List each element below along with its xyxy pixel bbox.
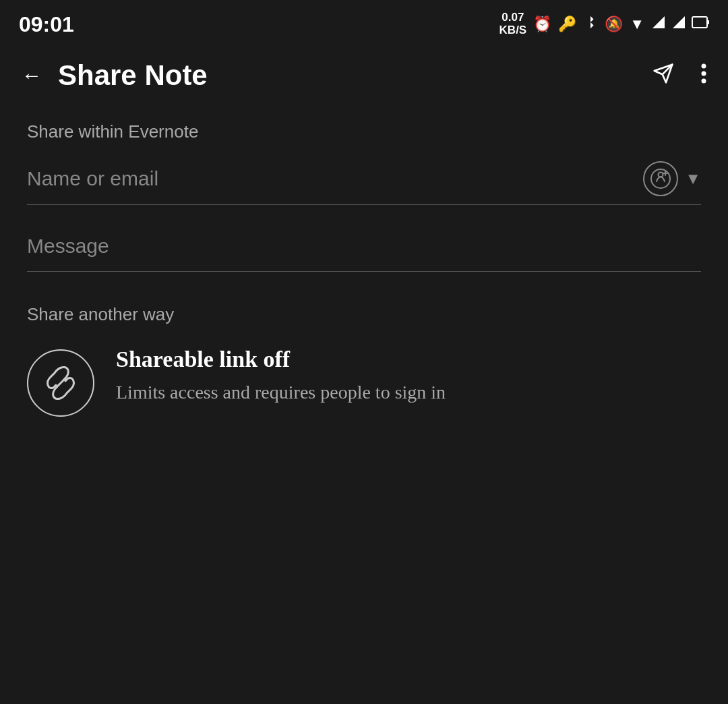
- more-options-button[interactable]: [696, 57, 712, 94]
- wifi-icon: ▼: [630, 16, 644, 33]
- link-icon: [42, 365, 79, 401]
- back-button[interactable]: ←: [16, 60, 47, 91]
- send-button[interactable]: [647, 57, 679, 94]
- status-bar: 09:01 0.07 KB/S ⏰ 🔑 🔕 ▼: [0, 0, 728, 46]
- name-email-row: ▼: [27, 161, 701, 205]
- shareable-link-title: Shareable link off: [116, 347, 446, 372]
- dropdown-arrow-icon[interactable]: ▼: [685, 169, 701, 188]
- svg-point-7: [702, 71, 706, 76]
- shareable-link-desc: Limits access and requires people to sig…: [116, 379, 446, 407]
- share-within-label: Share within Evernote: [27, 121, 701, 142]
- app-bar-actions: [647, 57, 712, 94]
- shareable-text: Shareable link off Limits access and req…: [116, 347, 446, 407]
- app-bar: ← Share Note: [0, 46, 728, 105]
- battery-icon: [692, 13, 709, 35]
- add-contact-button[interactable]: [643, 161, 678, 196]
- bluetooth-icon: [583, 15, 598, 34]
- content: Share within Evernote ▼ Share another wa…: [0, 105, 728, 433]
- status-speed: 0.07 KB/S: [499, 11, 527, 36]
- svg-point-6: [702, 63, 706, 68]
- svg-line-13: [56, 378, 65, 388]
- message-row: [27, 232, 701, 272]
- name-email-input[interactable]: [27, 165, 643, 193]
- send-icon: [653, 63, 674, 84]
- link-icon-circle: [27, 349, 94, 417]
- signal2-icon: [671, 15, 685, 34]
- svg-rect-3: [707, 20, 709, 24]
- message-input[interactable]: [27, 232, 701, 260]
- svg-marker-1: [673, 16, 685, 28]
- svg-rect-2: [692, 17, 707, 28]
- more-icon: [701, 63, 706, 84]
- add-contact-icon: [650, 168, 671, 189]
- input-icons: ▼: [643, 161, 701, 196]
- key-icon: 🔑: [558, 16, 576, 33]
- share-another-label: Share another way: [27, 304, 701, 325]
- svg-point-8: [702, 78, 706, 83]
- signal1-icon: [651, 15, 665, 34]
- page-title: Share Note: [58, 59, 647, 92]
- shareable-link-row[interactable]: Shareable link off Limits access and req…: [27, 347, 701, 417]
- svg-marker-0: [653, 16, 665, 28]
- status-time: 09:01: [19, 12, 74, 37]
- alarm-icon: ⏰: [533, 16, 551, 33]
- mute-icon: 🔕: [605, 16, 623, 33]
- status-icons: 0.07 KB/S ⏰ 🔑 🔕 ▼: [499, 11, 709, 36]
